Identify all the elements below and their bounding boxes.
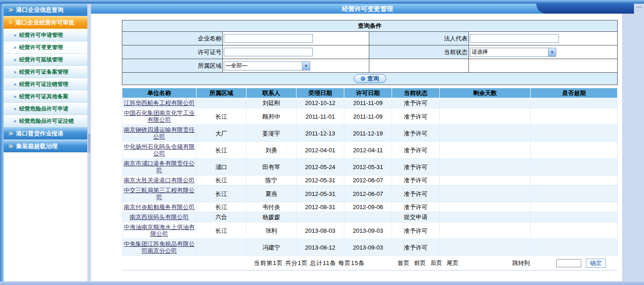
current-status-label: 当前状态 [369, 45, 469, 59]
confirm-button[interactable]: 确定 [586, 259, 606, 268]
company-link[interactable]: 中国石化集团南京化学工业有限公司 [124, 110, 195, 123]
company-link[interactable]: 南京西坝码头有限公司 [130, 214, 189, 220]
company-link[interactable]: 南京钢铁四通运输有限责任公司 [124, 126, 195, 140]
company-link[interactable]: 南京付炎船舶服务有限公司 [124, 204, 195, 210]
company-cell: 南京大胜关港港口有限公司 [122, 175, 196, 185]
search-button[interactable]: 查询 [354, 74, 386, 83]
results-header-row: 单位名称所属区域联系人受理日期许可日期当前状态剩余天数是否超期 [122, 88, 618, 98]
sidebar-subitem[interactable]: »经营许可延续管理 [4, 54, 87, 66]
table-cell: 2012-06-07 [344, 185, 392, 202]
sidebar-item-label: 经营许可证其他备案 [19, 93, 68, 100]
sidebar-item[interactable]: ≫集装箱超载治理 [4, 140, 87, 153]
sidebar-item-label: 集装箱超载治理 [16, 142, 58, 150]
overflow-dots-icon[interactable]: ⋯ [634, 4, 644, 14]
table-cell [531, 239, 618, 256]
company-cell: 中免集团江苏免税品有限公司南京分公司 [122, 239, 196, 256]
chevron-down-icon[interactable]: ▼ [302, 62, 310, 70]
table-cell: 长江 [196, 222, 247, 239]
table-cell: 田有琴 [247, 159, 297, 175]
license-no-input[interactable] [224, 48, 313, 56]
legal-rep-input[interactable] [470, 34, 559, 43]
company-cell: 南京钢铁四通运输有限责任公司 [122, 125, 196, 142]
table-cell: 姜漫宇 [247, 125, 297, 142]
table-cell: 2012-09-06 [344, 202, 392, 212]
table-cell: 2013-08-03 [297, 222, 344, 239]
table-row: 南京市浦口港务有限责任公司浦口田有琴2012-05-242012-05-31准予… [122, 159, 618, 175]
company-link[interactable]: 中交三航局第三工程有限公司 [124, 187, 195, 200]
sidebar-subitem[interactable]: »经营许可证其他备案 [4, 90, 87, 103]
sidebar-subitem[interactable]: »经营许可证备案管理 [4, 66, 87, 78]
sidebar-item-label: 经营危险品许可申请 [19, 105, 68, 113]
table-cell: 长江 [196, 202, 247, 212]
sidebar-item[interactable]: ⚙港口企业经营许可审批 [4, 16, 87, 29]
double-arrow-icon: » [14, 70, 16, 75]
table-cell: 准予许可 [392, 175, 440, 185]
pager-link[interactable]: 首页 [397, 259, 409, 267]
column-header: 许可日期 [344, 88, 392, 98]
current-status-select[interactable]: 请选择 ▼ [470, 48, 556, 57]
company-link[interactable]: 中化扬州石化码头仓储有限公司 [124, 143, 195, 157]
table-cell: 准予许可 [392, 142, 440, 159]
sidebar-item-label: 港口普货作业报港 [16, 130, 64, 138]
sidebar-subitem[interactable]: »经营许可申请管理 [4, 29, 87, 41]
sidebar-item[interactable]: ≫港口企业信息查询 [4, 4, 87, 16]
table-cell: 2012-05-31 [297, 185, 344, 202]
company-name-input[interactable] [224, 34, 313, 43]
company-link[interactable]: 江苏华西船务工程有限公司 [124, 100, 195, 106]
column-header: 单位名称 [122, 88, 196, 98]
company-link[interactable]: 中海油南京顺海水上供油有限公司 [124, 224, 195, 237]
sidebar-subitem[interactable]: »经营危险品许可申请 [4, 103, 87, 115]
sidebar-item[interactable]: ≫港口普货作业报港 [4, 127, 87, 140]
table-cell: 2012-08-31 [297, 202, 344, 212]
company-link[interactable]: 中免集团江苏免税品有限公司南京分公司 [124, 240, 195, 254]
table-cell [440, 239, 531, 256]
column-header: 是否超期 [531, 88, 618, 98]
company-link[interactable]: 南京大胜关港港口有限公司 [124, 177, 195, 184]
search-button-label: 查询 [367, 75, 379, 83]
sidebar-subitem[interactable]: »经营许可变更管理 [4, 41, 87, 54]
company-cell: 中化扬州石化码头仓储有限公司 [122, 142, 196, 159]
pager-link[interactable]: 后页 [430, 259, 442, 267]
table-cell: 长江 [196, 175, 247, 185]
table-cell [440, 159, 531, 175]
splitter-handle-icon[interactable] [88, 134, 90, 153]
region-label: 所属区域 [122, 59, 223, 73]
chevron-down-icon[interactable]: ▼ [548, 48, 556, 56]
table-cell [440, 98, 531, 108]
table-cell: 2012-05-31 [297, 175, 344, 185]
table-cell: 准予许可 [392, 185, 440, 202]
sidebar-subitem[interactable]: »经营危险品许可证注销 [4, 115, 87, 127]
pager-link[interactable]: 前页 [414, 259, 426, 267]
company-link[interactable]: 南京市浦口港务有限责任公司 [124, 160, 195, 174]
table-cell [531, 222, 618, 239]
sidebar-item-label: 经营许可证备案管理 [19, 68, 68, 76]
region-select[interactable]: —全部— ▼ [224, 61, 310, 70]
table-cell: 大厂 [196, 125, 247, 142]
double-arrow-icon: ≫ [8, 7, 14, 12]
table-cell [531, 159, 618, 175]
table-cell: 2012-10-12 [297, 98, 344, 108]
sidebar-splitter[interactable] [87, 4, 91, 281]
column-header: 受理日期 [297, 88, 344, 98]
table-cell [440, 142, 531, 159]
table-cell: 准予许可 [392, 125, 440, 142]
region-value: —全部— [226, 62, 247, 70]
sidebar-item-label: 经营许可申请管理 [19, 31, 63, 39]
double-arrow-icon: » [14, 119, 16, 124]
column-header: 联系人 [247, 88, 297, 98]
table-cell: 准予许可 [392, 108, 440, 125]
sidebar-item-label: 经营危险品许可证注销 [19, 117, 74, 125]
table-cell: 韦付炎 [247, 202, 297, 212]
jump-to-label: 跳转到 [512, 259, 530, 267]
table-cell: 2012-05-24 [297, 159, 344, 175]
jump-page-input[interactable] [556, 259, 581, 267]
empty-cell [369, 59, 469, 73]
table-row: 中国石化集团南京化学工业有限公司长江顾邦中2011-11-012011-11-0… [122, 108, 618, 125]
table-cell: 准予许可 [392, 98, 440, 108]
query-form: 查询条件 企业名称 法人代表 许可证号 当前状态 [122, 20, 618, 85]
table-row: 南京西坝码头有限公司六合杨媛媛提交申请 [122, 212, 618, 222]
sidebar-subitem[interactable]: »经营许可证注销管理 [4, 78, 87, 90]
pager-link[interactable]: 尾页 [447, 259, 458, 267]
table-cell: 长江 [196, 185, 247, 202]
table-cell: 顾邦中 [247, 108, 297, 125]
